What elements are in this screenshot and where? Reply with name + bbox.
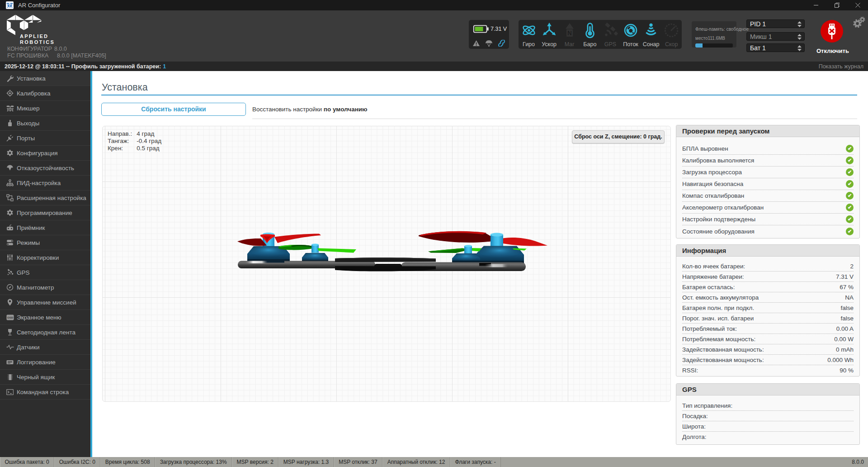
svg-text:N: N — [567, 30, 572, 37]
svg-text:OSD: OSD — [7, 316, 13, 319]
